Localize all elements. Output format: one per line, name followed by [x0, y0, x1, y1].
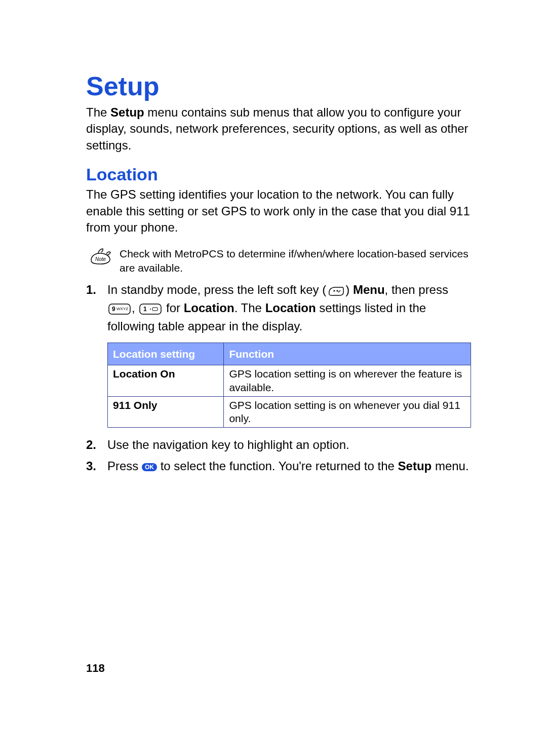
- step-3: 3. Press OK to select the function. You'…: [86, 457, 471, 475]
- step-body: In standby mode, press the left soft key…: [107, 281, 471, 433]
- text: menu.: [432, 459, 468, 473]
- step-number: 2.: [86, 436, 99, 454]
- text: . The: [235, 301, 265, 315]
- section-intro: The GPS setting identifies your location…: [86, 186, 471, 236]
- table-cell-setting: 911 Only: [108, 396, 224, 428]
- table-cell-setting: Location On: [108, 365, 224, 397]
- text: The: [86, 105, 110, 119]
- note-text: Check with MetroPCS to determine if/when…: [120, 247, 471, 275]
- location-table: Location setting Function Location On GP…: [107, 343, 471, 428]
- text: ,: [132, 301, 138, 315]
- text: for: [163, 301, 183, 315]
- svg-text:9: 9: [112, 306, 115, 313]
- step-1: 1. In standby mode, press the left soft …: [86, 281, 471, 433]
- step-body: Use the navigation key to highlight an o…: [107, 436, 349, 454]
- intro-paragraph: The Setup menu contains sub menus that a…: [86, 104, 471, 154]
- steps-list: 1. In standby mode, press the left soft …: [86, 281, 471, 476]
- text-bold-setup: Setup: [398, 459, 432, 473]
- note-row: Note Check with MetroPCS to determine if…: [89, 247, 471, 275]
- step-2: 2. Use the navigation key to highlight a…: [86, 436, 471, 454]
- softkey-icon: [327, 285, 344, 296]
- table-header-function: Function: [224, 343, 471, 365]
- text: , then press: [385, 283, 448, 296]
- text-bold-location: Location: [265, 301, 316, 315]
- key-9-icon: 9 WXYZ: [108, 304, 131, 315]
- table-header-row: Location setting Function: [108, 343, 471, 365]
- text-bold-setup: Setup: [110, 105, 144, 119]
- text: to select the function. You're returned …: [157, 459, 398, 473]
- table-row: 911 Only GPS location setting is on when…: [108, 396, 471, 428]
- table-row: Location On GPS location setting is on w…: [108, 365, 471, 397]
- svg-point-2: [337, 290, 338, 291]
- text: Press: [107, 459, 142, 473]
- table-header-setting: Location setting: [108, 343, 224, 365]
- svg-text:1: 1: [143, 306, 147, 313]
- step-body: Press OK to select the function. You're …: [107, 457, 469, 475]
- ok-key-icon: OK: [142, 463, 157, 471]
- svg-text:Note: Note: [95, 256, 106, 262]
- text: ): [345, 283, 353, 296]
- table-cell-function: GPS location setting is on wherever the …: [224, 365, 471, 397]
- page-number: 118: [86, 662, 105, 675]
- svg-text:WXYZ: WXYZ: [116, 307, 128, 311]
- svg-point-8: [150, 309, 151, 310]
- page-title: Setup: [86, 71, 471, 101]
- text-bold-location: Location: [184, 301, 235, 315]
- section-heading-location: Location: [86, 165, 471, 184]
- key-1-icon: 1: [139, 304, 162, 315]
- page: Setup The Setup menu contains sub menus …: [0, 0, 547, 756]
- text: In standby mode, press the left soft key…: [107, 283, 326, 296]
- text-bold-menu: Menu: [353, 283, 385, 296]
- table-cell-function: GPS location setting is on whenever you …: [224, 396, 471, 428]
- step-number: 3.: [86, 457, 99, 475]
- step-number: 1.: [86, 281, 99, 433]
- note-icon: Note: [89, 247, 112, 266]
- svg-point-1: [334, 290, 335, 291]
